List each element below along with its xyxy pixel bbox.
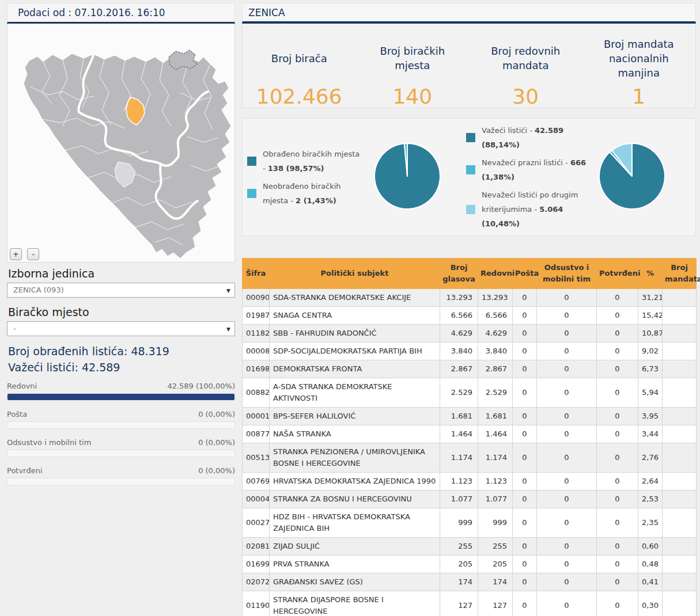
progress-label: Pošta	[7, 410, 27, 419]
biracko-mjesto-label: Biračko mjesto	[8, 306, 235, 318]
cell-value: 0	[513, 538, 537, 556]
table-row: 00004STRANKA ZA BOSNU I HERCEGOVINU1.077…	[243, 490, 697, 508]
cell-value: 205	[478, 556, 513, 573]
cell-value: 1.123	[478, 473, 513, 490]
progress-fill	[7, 394, 234, 400]
map-zoom-controls: + -	[10, 248, 41, 260]
legend-item: Neobrađeno biračkih mjesta - 2 (1,43%)	[247, 179, 365, 208]
cell-value: 0	[537, 573, 597, 591]
cell-sifra: 00008	[243, 343, 270, 360]
progress-value: 0 (0,00%)	[198, 438, 235, 447]
cell-sifra: 00769	[243, 473, 270, 490]
cell-value: 999	[440, 508, 478, 538]
election-results-page: { "left": { "title": "Podaci od : 07.10.…	[0, 0, 700, 616]
biracko-mjesto-value: -	[13, 324, 16, 333]
constituency-title: ZENICA	[242, 3, 696, 24]
cell-value: 4.629	[478, 325, 513, 343]
cell-value: 0	[513, 473, 537, 490]
cell-value: 127	[478, 591, 513, 616]
table-row: 02072GRAĐANSKI SAVEZ (GS)1741740000,41	[243, 573, 697, 591]
column-header: Redovni	[478, 258, 513, 289]
pie-legend-ballots: Važeći listići - 42.589 (88,14%)Nevažeći…	[466, 120, 589, 234]
cell-value	[663, 325, 697, 343]
map-zoom-out-button[interactable]: -	[27, 248, 39, 260]
column-header: %	[638, 258, 663, 289]
cell-value: 0,48	[638, 556, 663, 573]
cell-politicki-subjekt: HDZ BIH - HRVATSKA DEMOKRATSKA ZAJEDNICA…	[270, 508, 440, 538]
cell-value: 0	[537, 556, 597, 573]
table-row: 01182SBB - FAHRUDIN RADONČIĆ4.6294.62900…	[243, 325, 697, 343]
cell-politicki-subjekt: ZIJAD SULJIĆ	[270, 538, 440, 556]
cell-value: 0	[597, 508, 638, 538]
data-timestamp-title: Podaci od : 07.10.2016. 16:10	[7, 3, 235, 24]
table-row: 00090SDA-STRANKA DEMOKRATSKE AKCIJE13.29…	[243, 289, 697, 307]
cell-value: 1.681	[478, 408, 513, 425]
broj-obradjenih-listica: Broj obrađenih listića: 48.319	[8, 345, 235, 358]
legend-text: Obrađeno biračkih mjesta - 138 (98,57%)	[263, 147, 365, 176]
cell-sifra: 02081	[243, 538, 270, 556]
table-header-row: ŠifraPolitički subjektBroj glasovaRedovn…	[243, 258, 697, 289]
cell-value: 1.123	[440, 473, 478, 490]
results-table-wrap: ŠifraPolitički subjektBroj glasovaRedovn…	[242, 258, 696, 616]
legend-text: Važeći listići - 42.589 (88,14%)	[482, 123, 589, 152]
legend-swatch	[466, 165, 475, 174]
legend-swatch	[466, 133, 475, 142]
cell-value: 13.293	[478, 289, 513, 307]
stat-value: 140	[356, 85, 470, 108]
map-country-bosnia[interactable]	[24, 54, 231, 258]
stat-label: Broj biračkih mjesta	[356, 32, 470, 85]
progress-label: Potvrđeni	[7, 466, 43, 475]
cell-value: 6,73	[638, 360, 663, 378]
cell-sifra: 00090	[243, 289, 270, 307]
table-row: 01190STRANKA DIJASPORE BOSNE I HERCEGOVI…	[243, 591, 697, 616]
cell-value: 2,76	[638, 443, 663, 473]
cell-value	[663, 556, 697, 573]
cell-value: 2.529	[478, 378, 513, 408]
izborna-jedinica-select[interactable]: ZENICA (093) ▼	[7, 283, 235, 298]
cell-sifra: 00001	[243, 408, 270, 425]
cell-value: 1.174	[440, 443, 478, 473]
cell-politicki-subjekt: SBB - FAHRUDIN RADONČIĆ	[270, 325, 440, 343]
column-header: Politički subjekt	[270, 258, 440, 289]
legend-item: Važeći listići - 42.589 (88,14%)	[466, 123, 589, 152]
cell-value	[663, 538, 697, 556]
pie-polling-stations-svg	[371, 140, 444, 212]
column-header: Broj glasova	[440, 258, 478, 289]
legend-swatch	[247, 157, 256, 166]
progress-item: Redovni42.589 (100,00%)	[7, 382, 235, 401]
map-zoom-in-button[interactable]: +	[10, 248, 22, 260]
column-header: Odsustvo i mobilni tim	[537, 258, 597, 289]
cell-value: 0	[537, 408, 597, 425]
cell-value: 0	[513, 425, 537, 443]
legend-text: Nevažeći prazni listići - 666 (1,38%)	[482, 155, 589, 184]
pie-legend-polling-stations: Obrađeno biračkih mjesta - 138 (98,57%)N…	[247, 143, 365, 211]
stat-value: 30	[469, 85, 582, 108]
cell-value: 0	[597, 289, 638, 307]
cell-value: 0	[597, 443, 638, 473]
bosnia-map[interactable]	[7, 24, 234, 261]
bosnia-map-panel: + -	[7, 24, 235, 263]
legend-item: Nevažeći listići po drugim kriterijumima…	[466, 188, 589, 231]
cell-politicki-subjekt: PRVA STRANKA	[270, 556, 440, 573]
progress-item: Potvrđeni0 (0,00%)	[7, 466, 235, 485]
pie-chart-polling-stations	[365, 140, 450, 215]
cell-value	[663, 360, 697, 378]
cell-sifra: 00027	[243, 508, 270, 538]
cell-value: 0	[537, 591, 597, 616]
cell-politicki-subjekt: SDP-SOCIJALDEMOKRATSKA PARTIJA BIH	[270, 343, 440, 360]
cell-value: 2.867	[440, 360, 478, 378]
cell-politicki-subjekt: DEMOKRATSKA FRONTA	[270, 360, 440, 378]
cell-value: 6.566	[440, 307, 478, 325]
chevron-down-icon: ▼	[226, 284, 230, 298]
cell-value: 6.566	[478, 307, 513, 325]
legend-text: Nevažeći listići po drugim kriterijumima…	[482, 188, 589, 231]
table-row: 01698DEMOKRATSKA FRONTA2.8672.8670006,73	[243, 360, 697, 378]
cell-value	[663, 408, 697, 425]
cell-value: 0	[537, 325, 597, 343]
cell-value: 0	[513, 573, 537, 591]
biracko-mjesto-select[interactable]: - ▼	[7, 321, 235, 336]
cell-value	[663, 378, 697, 408]
stat-block: Broj mandata nacionalnih manjina1	[582, 24, 696, 108]
cell-value	[663, 425, 697, 443]
progress-value: 0 (0,00%)	[198, 410, 235, 419]
